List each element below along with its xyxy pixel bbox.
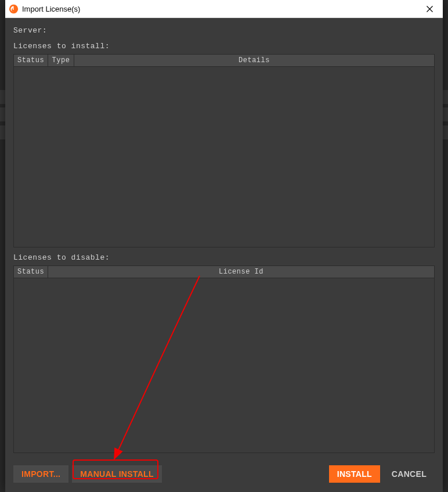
column-details[interactable]: Details bbox=[74, 55, 434, 66]
licenses-install-table: Status Type Details bbox=[13, 54, 435, 247]
import-button[interactable]: IMPORT... bbox=[13, 465, 68, 483]
column-license-id[interactable]: License Id bbox=[48, 266, 434, 278]
houdini-app-icon bbox=[9, 4, 19, 14]
licenses-install-section: Licenses to install: Status Type Details bbox=[13, 42, 435, 247]
dialog-body: Server: Licenses to install: Status Type… bbox=[5, 18, 443, 461]
table-header: Status Type Details bbox=[14, 55, 434, 67]
licenses-disable-section: Licenses to disable: Status License Id bbox=[13, 253, 435, 453]
column-status[interactable]: Status bbox=[14, 55, 48, 66]
disable-table-body[interactable] bbox=[14, 278, 434, 453]
table-header: Status License Id bbox=[14, 266, 434, 278]
manual-install-button[interactable]: MANUAL INSTALL bbox=[72, 465, 162, 483]
licenses-disable-label: Licenses to disable: bbox=[13, 253, 435, 262]
close-button[interactable] bbox=[416, 0, 443, 17]
install-table-body[interactable] bbox=[14, 67, 434, 247]
server-field: Server: bbox=[13, 26, 435, 35]
titlebar: Import License(s) bbox=[5, 0, 443, 18]
import-license-dialog: Import License(s) Server: Licenses to in… bbox=[5, 0, 443, 492]
window-title: Import License(s) bbox=[22, 5, 416, 13]
cancel-button[interactable]: CANCEL bbox=[384, 465, 435, 483]
button-bar: IMPORT... MANUAL INSTALL INSTALL CANCEL bbox=[5, 461, 443, 492]
licenses-install-label: Licenses to install: bbox=[13, 42, 435, 51]
column-type[interactable]: Type bbox=[48, 55, 74, 66]
licenses-disable-table: Status License Id bbox=[13, 265, 435, 453]
column-status[interactable]: Status bbox=[14, 266, 48, 278]
install-button[interactable]: INSTALL bbox=[329, 465, 380, 483]
server-label: Server: bbox=[13, 26, 47, 35]
